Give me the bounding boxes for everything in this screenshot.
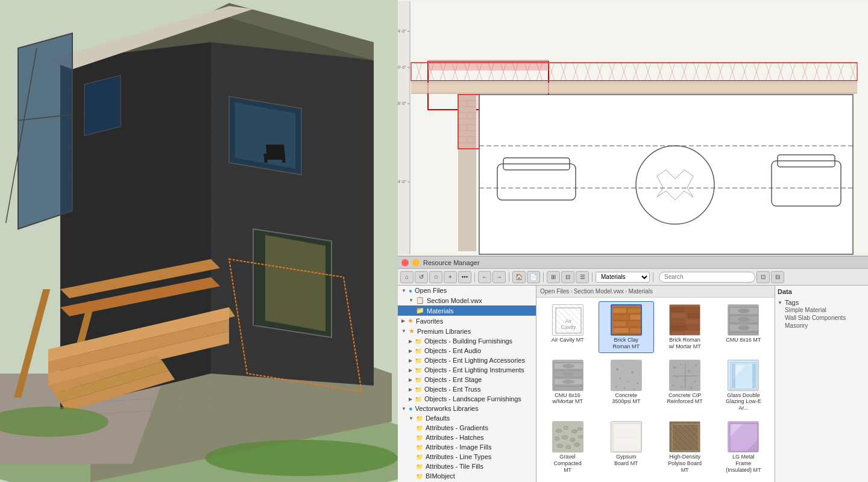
svg-rect-202 (671, 325, 687, 330)
rm-center: Open Files › Section Model.vwx › Materia… (536, 286, 775, 482)
svg-rect-173 (479, 95, 853, 254)
material-thumb-polyiso (669, 421, 700, 452)
material-label-concrete-3500: Concrete 3500psi MT (608, 392, 644, 405)
material-thumb-brick-roman (669, 304, 700, 336)
tree-section-model[interactable]: ▼ 📋 Section Model.vwx (398, 295, 536, 305)
rm-materials-grid: Air Cavity Air Cavity MT (536, 298, 775, 482)
svg-rect-203 (688, 325, 700, 330)
expand-icon: ▶ (409, 368, 412, 373)
material-brick-roman[interactable]: Brick Roman w/ Mortar MT (658, 301, 712, 353)
svg-point-220 (562, 380, 574, 384)
material-air-cavity[interactable]: Air Cavity Air Cavity MT (540, 301, 595, 353)
folder-icon: 📁 (416, 473, 423, 480)
svg-text:4'-0": 4'-0" (398, 180, 406, 184)
star-button[interactable]: ☆ (429, 271, 442, 283)
tags-header[interactable]: ▼ Tags (778, 299, 866, 306)
material-gypsum[interactable]: Gypsum Board MT (599, 418, 653, 476)
folder-icon: 📁 (415, 338, 422, 345)
tree-hatches[interactable]: 📁 Attributes - Hatches (398, 433, 536, 442)
tree-materials[interactable]: 📁 Materials (398, 305, 536, 316)
home2-button[interactable]: 🏠 (512, 271, 526, 283)
minimize-button[interactable] (412, 259, 420, 266)
list-button[interactable]: ☰ (576, 271, 589, 283)
tree-ent-stage[interactable]: ▶ 📁 Objects - Ent Stage (398, 375, 536, 384)
grid4-button[interactable]: ⊟ (561, 271, 574, 283)
material-cmu-8x16[interactable]: CMU 8x16 MT (716, 301, 771, 353)
svg-marker-28 (84, 75, 121, 136)
breadcrumb-materials[interactable]: Materials (628, 288, 653, 295)
document-button[interactable]: 📄 (527, 271, 540, 283)
svg-point-228 (637, 382, 638, 384)
back-button[interactable]: ← (478, 271, 491, 283)
close-button[interactable] (401, 259, 409, 266)
tree-image-fills[interactable]: 📁 Attributes - Image Fills (398, 442, 536, 452)
folder-icon: 📁 (415, 377, 422, 383)
svg-text:10'-0": 10'-0" (398, 65, 407, 69)
svg-point-259 (578, 435, 583, 438)
svg-rect-204 (671, 331, 684, 335)
material-brick-clay[interactable]: Brick Clay Roman MT (599, 301, 653, 353)
forward-button[interactable]: → (492, 271, 506, 283)
tree-premium-libraries[interactable]: ▼ ★ Premium Libraries (398, 326, 536, 336)
star-filled-icon: ★ (409, 327, 415, 335)
material-thumb-glass-double (728, 360, 759, 391)
home-button[interactable]: ⌂ (400, 271, 414, 283)
material-concrete-3500[interactable]: Concrete 3500psi MT (599, 357, 653, 415)
svg-text:8'-0": 8'-0" (398, 101, 406, 105)
material-thumb-lg-metal (728, 421, 759, 452)
material-gravel[interactable]: Gravel Compacted MT (540, 418, 595, 476)
resource-type-dropdown[interactable]: Materials Textures Hatches (596, 272, 650, 283)
rm-title: Resource Manager (423, 259, 480, 266)
view-toggle-2[interactable]: ⊟ (771, 271, 784, 283)
tree-landscape[interactable]: ▶ 📁 Objects - Landscape Furnishings (398, 394, 536, 404)
breadcrumb-section-model[interactable]: Section Model.vwx (574, 288, 624, 295)
refresh-button[interactable]: ↺ (415, 271, 428, 283)
expand-icon: ▼ (401, 328, 406, 334)
tree-ent-lighting-inst[interactable]: ▶ 📁 Objects - Ent Lighting Instruments (398, 365, 536, 375)
material-thumb-concrete-cip (669, 360, 700, 391)
tags-label: Tags (785, 299, 799, 306)
search-input[interactable] (659, 272, 755, 283)
svg-point-224 (631, 371, 634, 374)
breadcrumb-open-files[interactable]: Open Files (540, 288, 569, 295)
tree-defaults[interactable]: ▼ 📁 Defaults (398, 413, 536, 423)
more-button[interactable]: ••• (458, 271, 471, 283)
tree-gradients[interactable]: 📁 Attributes - Gradients (398, 423, 536, 433)
tree-vw-libraries[interactable]: ▼ ● Vectorworks Libraries (398, 404, 536, 413)
material-thumb-brick-clay (611, 304, 642, 336)
tree-building-furnishings[interactable]: ▶ 📁 Objects - Building Furnishings (398, 336, 536, 346)
add-button[interactable]: + (444, 271, 457, 283)
svg-point-235 (688, 370, 690, 372)
tag-simple-material[interactable]: Simple Material (785, 306, 866, 314)
tree-ent-truss[interactable]: ▶ 📁 Objects - Ent Truss (398, 384, 536, 394)
material-cmu-mortar[interactable]: CMU 8x16 w/Mortar MT (540, 357, 595, 415)
folder-icon: 📁 (416, 434, 423, 441)
tree-favorites[interactable]: ▶ ★ Favorites (398, 316, 536, 326)
material-polyiso[interactable]: High-Density Polyiso Board MT (658, 418, 712, 476)
tag-wall-slab-components[interactable]: Wall Slab Components (785, 314, 866, 322)
viewport-3d[interactable] (0, 0, 398, 482)
material-glass-double[interactable]: Glass Double Glazing Low-E Ar... (716, 357, 771, 415)
grid2-button[interactable]: ⊞ (547, 271, 560, 283)
tag-list: Simple Material Wall Slab Components Mas… (785, 306, 866, 330)
material-label-polyiso: High-Density Polyiso Board MT (667, 454, 703, 473)
view-toggle-1[interactable]: ⊡ (756, 271, 770, 283)
drawing-area[interactable]: 14'-0" 10'-0" 8'-0" 4'-0" (398, 0, 868, 256)
svg-point-223 (622, 364, 624, 366)
resource-manager: Resource Manager ⌂ ↺ ☆ + ••• ← → 🏠 📄 ⊞ (398, 256, 868, 482)
rm-tree[interactable]: ▼ ● Open Files ▼ 📋 Section Model.vwx 📁 M… (398, 286, 536, 482)
svg-point-258 (570, 438, 575, 442)
tree-tile-fills[interactable]: 📁 Attributes - Tile Fills (398, 462, 536, 471)
material-concrete-cip[interactable]: Concrete CIP Reinforced MT (658, 357, 712, 415)
tag-masonry[interactable]: Masonry (785, 322, 866, 330)
tree-open-files[interactable]: ▼ ● Open Files (398, 286, 536, 295)
svg-rect-250 (752, 364, 756, 388)
material-lg-metal[interactable]: LG Metal Frame (Insulated) MT (716, 418, 771, 476)
tree-line-types[interactable]: 📁 Attributes - Line Types (398, 452, 536, 462)
tree-ent-lighting-acc[interactable]: ▶ 📁 Objects - Ent Lighting Accessories (398, 355, 536, 365)
tree-bimobject[interactable]: 📁 BIMobject (398, 471, 536, 481)
svg-rect-194 (630, 328, 642, 333)
svg-rect-187 (613, 308, 626, 313)
tree-ent-audio[interactable]: ▶ 📁 Objects - Ent Audio (398, 346, 536, 355)
svg-rect-192 (627, 321, 642, 327)
